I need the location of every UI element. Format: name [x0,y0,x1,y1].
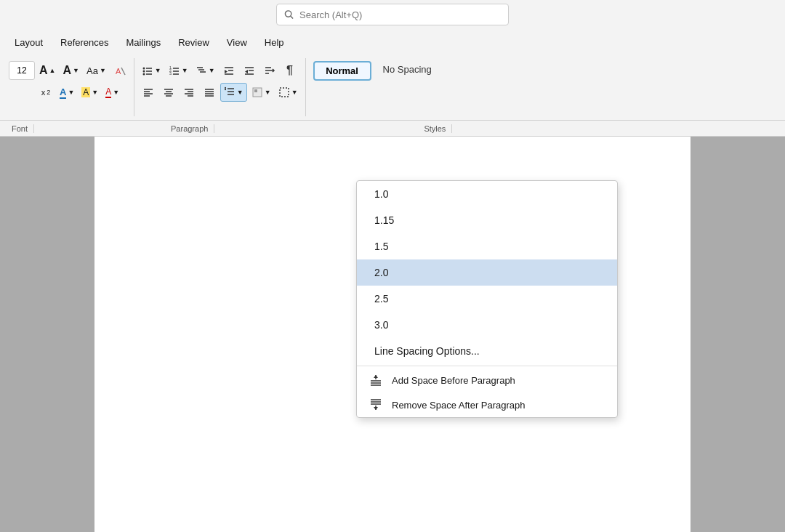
search-input[interactable] [299,9,501,20]
svg-rect-51 [280,88,289,97]
bullet-list-btn[interactable]: ▼ [139,61,164,80]
line-spacing-dropdown: 1.0 1.15 1.5 2.0 2.5 3.0 Line Spacing Op… [356,180,618,418]
spacing-2-0[interactable]: 2.0 [357,259,617,286]
spacing-3-0[interactable]: 3.0 [357,312,617,338]
spacing-1-5-label: 1.5 [374,241,388,252]
search-icon [284,9,294,20]
menu-item-layout[interactable]: Layout [7,34,50,51]
increase-indent-btn[interactable] [240,61,259,80]
menu-item-mailings[interactable]: Mailings [119,34,169,51]
clear-format-btn[interactable]: A [110,61,129,80]
svg-marker-61 [374,407,378,410]
text-color-btn[interactable]: A ▼ [102,83,122,102]
menu-item-review[interactable]: Review [171,34,217,51]
svg-line-1 [291,16,293,18]
ribbon: 12 A▲ A▼ Aa ▼ A x2 A ▼ [0,55,785,121]
align-center-btn[interactable] [159,83,178,102]
menu-item-help[interactable]: Help [257,34,291,51]
align-right-btn[interactable] [180,83,198,102]
ribbon-bottom-labels: Font Paragraph Styles [0,121,785,137]
svg-point-6 [142,70,145,73]
search-box[interactable] [276,4,509,25]
remove-space-icon [369,399,383,411]
align-left-btn[interactable] [139,83,158,102]
menu-item-references[interactable]: References [53,34,116,51]
spacing-2-5[interactable]: 2.5 [357,286,617,312]
menu-bar: Layout References Mailings Review View H… [0,29,785,55]
font-color-btn[interactable]: A ▼ [57,83,77,102]
add-space-icon [369,374,383,386]
style-no-spacing-label: No Spacing [383,64,432,75]
font-case-btn[interactable]: Aa ▼ [84,61,109,80]
highlight-btn[interactable]: A ▼ [78,83,101,102]
paragraph-label: Paragraph [165,124,214,133]
font-size-box[interactable]: 12 [9,61,35,80]
add-space-before-label: Add Space Before Paragraph [392,375,515,386]
increase-font-btn[interactable]: A▲ [36,61,58,80]
svg-marker-20 [225,70,228,73]
svg-point-8 [142,73,145,76]
justify-btn[interactable] [200,83,219,102]
font-size-value: 12 [17,65,26,76]
svg-line-3 [121,68,125,75]
menu-item-view[interactable]: View [220,34,254,51]
svg-text:A: A [116,67,121,76]
spacing-1-0[interactable]: 1.0 [357,181,617,207]
add-space-before-paragraph[interactable]: Add Space Before Paragraph [357,368,617,392]
title-bar [0,0,785,29]
show-formatting-btn[interactable]: ¶ [281,61,299,80]
numbered-list-btn[interactable]: 1.2.3. ▼ [166,61,191,80]
decrease-font-btn[interactable]: A▼ [60,61,81,80]
spacing-2-5-label: 2.5 [374,293,388,305]
line-spacing-options[interactable]: Line Spacing Options... [357,338,617,364]
sort-btn[interactable] [260,61,279,80]
subscript-btn[interactable]: x2 [36,83,55,102]
line-spacing-options-label: Line Spacing Options... [374,345,480,357]
svg-point-4 [142,68,145,70]
remove-space-after-label: Remove Space After Paragraph [392,400,526,411]
style-no-spacing[interactable]: No Spacing [377,61,438,78]
spacing-2-0-label: 2.0 [374,267,388,278]
spacing-1-5[interactable]: 1.5 [357,233,617,259]
dropdown-divider [357,366,617,366]
style-normal-label: Normal [326,65,358,76]
spacing-3-0-label: 3.0 [374,319,388,331]
svg-marker-56 [374,375,378,378]
shading-btn[interactable]: ▼ [249,83,274,102]
svg-marker-24 [245,70,248,73]
svg-rect-50 [254,89,257,92]
line-spacing-btn[interactable]: ▼ [220,83,247,102]
styles-label: Styles [418,124,452,133]
svg-text:3.: 3. [169,71,172,76]
style-normal[interactable]: Normal [313,61,371,81]
remove-space-after-paragraph[interactable]: Remove Space After Paragraph [357,392,617,417]
decrease-indent-btn[interactable] [220,61,238,80]
spacing-1-15-label: 1.15 [374,214,394,226]
borders-btn[interactable]: ▼ [275,83,301,102]
spacing-1-0-label: 1.0 [374,188,388,200]
font-label: Font [6,124,34,133]
svg-point-0 [285,11,291,17]
spacing-1-15[interactable]: 1.15 [357,207,617,233]
multilevel-list-btn[interactable]: ▼ [193,61,218,80]
